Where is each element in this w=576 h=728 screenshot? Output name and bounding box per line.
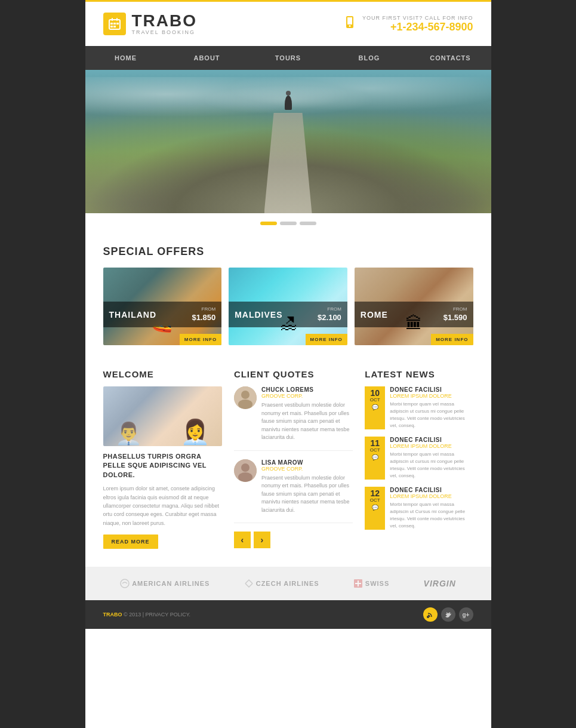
phone-icon — [343, 16, 356, 32]
quote-item-1: CHUCK LOREMS GROOVE CORP. Praesent vesti… — [234, 386, 353, 451]
quote-prev-button[interactable]: ‹ — [234, 532, 251, 548]
nav-about[interactable]: ABOUT — [167, 46, 248, 70]
news-month-1: OCT — [367, 397, 383, 403]
welcome-body: Lorem ipsum dolor sit amet, consete adip… — [103, 484, 222, 527]
svg-point-16 — [238, 472, 252, 482]
quote-content-1: CHUCK LOREMS GROOVE CORP. Praesent vesti… — [261, 386, 353, 442]
social-gplus-button[interactable]: g+ — [459, 607, 473, 622]
offers-grid: THAILAND FROM $1.850 MORE INFO MALDIVES … — [103, 268, 473, 345]
partner-american-airlines: American Airlines — [120, 579, 210, 588]
footer-social: g+ — [423, 607, 473, 622]
news-date-box-1: 10 OCT 💬 — [365, 386, 385, 429]
svg-rect-20 — [355, 583, 361, 584]
nav-contacts[interactable]: CONTACTS — [410, 46, 491, 70]
offer-from-rome: FROM — [443, 306, 467, 312]
header: TRABO TRAVEL BOOKING YOUR FIRST VISIT? C… — [85, 0, 491, 46]
logo-area: TRABO TRAVEL BOOKING — [103, 13, 198, 35]
news-month-3: OCT — [367, 497, 383, 503]
offer-price-rome: $1.590 — [443, 313, 467, 322]
news-link-2[interactable]: LOREM IPSUM DOLORE — [390, 443, 473, 449]
offer-btn-maldives[interactable]: MORE INFO — [306, 334, 347, 345]
offer-from-maldives: FROM — [318, 306, 341, 312]
offer-label-maldives: MALDIVES FROM $2.100 — [229, 302, 347, 327]
news-title-1: DONEC FACILISI — [390, 386, 473, 393]
offer-name-maldives: MALDIVES — [235, 310, 282, 320]
logo-name: TRABO — [132, 13, 198, 29]
nav-home[interactable]: HOME — [85, 46, 167, 70]
news-text-3: Morbi tempor quam vel massa adipiscin ut… — [390, 501, 473, 530]
footer-logo: TRABO — [103, 612, 122, 618]
quote-company-2: GROOVE CORP. — [261, 466, 353, 472]
news-item-3: 12 OCT 💬 DONEC FACILISI LOREM IPSUM DOLO… — [365, 487, 473, 530]
slider-dot-1[interactable] — [260, 222, 277, 225]
news-icon-1: 💬 — [367, 404, 383, 410]
svg-rect-5 — [116, 23, 119, 24]
footer: TRABO © 2013 | PRIVACY POLICY. g+ — [85, 600, 491, 629]
quote-text-2: Praesent vestibulum molestie dolor nonum… — [261, 474, 353, 515]
news-title-3: DONEC FACILISI — [390, 487, 473, 493]
quote-name-2: LISA MAROW — [261, 459, 353, 466]
main-nav: HOME ABOUT TOURS BLOG CONTACTS — [85, 46, 491, 70]
logo-text: TRABO TRAVEL BOOKING — [132, 13, 198, 35]
welcome-title: WELCOME — [103, 369, 222, 379]
slider-dots — [85, 213, 491, 234]
welcome-image — [103, 386, 222, 446]
read-more-button[interactable]: READ MORE — [103, 535, 158, 549]
svg-rect-2 — [116, 18, 118, 21]
partner-swiss: SWISS — [353, 579, 389, 588]
logo-tagline: TRAVEL BOOKING — [132, 29, 198, 35]
quote-company-1: GROOVE CORP. — [261, 393, 353, 399]
news-link-1[interactable]: LOREM IPSUM DOLORE — [390, 393, 473, 399]
offer-card-rome: ROME FROM $1.590 MORE INFO — [355, 268, 473, 345]
svg-point-17 — [121, 579, 129, 588]
client-quotes-section: CLIENT QUOTES CHUCK LOREMS GROOVE CORP. … — [234, 369, 353, 549]
svg-rect-1 — [112, 18, 113, 21]
logo-icon — [103, 13, 126, 35]
offer-from-thailand: FROM — [192, 306, 215, 312]
svg-point-13 — [238, 400, 252, 409]
quote-name-1: CHUCK LOREMS — [261, 386, 353, 393]
svg-rect-4 — [113, 23, 116, 24]
news-link-3[interactable]: LOREM IPSUM DOLORE — [390, 493, 473, 499]
quote-avatar-1 — [234, 386, 257, 409]
svg-point-10 — [349, 25, 350, 27]
news-icon-3: 💬 — [367, 505, 383, 511]
offer-price-thailand: $1.850 — [192, 313, 215, 322]
news-text-1: Morbi tempor quam vel massa adipiscin ut… — [390, 401, 473, 429]
slider-dot-3[interactable] — [300, 222, 316, 225]
nav-tours[interactable]: TOURS — [248, 46, 329, 70]
latest-news-title: LATEST NEWS — [365, 369, 473, 379]
quote-avatar-2 — [234, 459, 257, 482]
svg-point-12 — [241, 391, 250, 399]
welcome-headline: PHASELLUS TURPIS ORGRA PELLE SQUE ADIPIS… — [103, 452, 222, 480]
svg-point-15 — [241, 463, 250, 472]
footer-left: TRABO © 2013 | PRIVACY POLICY. — [103, 612, 191, 618]
news-title-2: DONEC FACILISI — [390, 437, 473, 443]
offer-card-thailand: THAILAND FROM $1.850 MORE INFO — [103, 268, 222, 345]
svg-rect-7 — [113, 26, 116, 27]
offer-name-rome: ROME — [361, 310, 388, 320]
quote-next-button[interactable]: › — [254, 532, 270, 548]
footer-copy: © 2013 | PRIVACY POLICY. — [124, 612, 190, 618]
offer-btn-rome[interactable]: MORE INFO — [431, 334, 473, 345]
client-quotes-title: CLIENT QUOTES — [234, 369, 353, 379]
latest-news-section: LATEST NEWS 10 OCT 💬 DONEC FACILISI LORE… — [365, 369, 473, 549]
news-month-2: OCT — [367, 447, 383, 453]
svg-point-21 — [427, 616, 429, 618]
hero-figure — [285, 96, 292, 110]
offer-name-thailand: THAILAND — [109, 310, 157, 320]
news-day-1: 10 — [367, 389, 383, 397]
news-date-box-3: 12 OCT 💬 — [365, 487, 385, 530]
svg-rect-9 — [347, 17, 352, 24]
contact-text: YOUR FIRST VISIT? CALL FOR INFO +1-234-5… — [362, 15, 473, 33]
social-rss-button[interactable] — [423, 607, 438, 622]
social-twitter-button[interactable] — [441, 607, 455, 622]
offer-label-thailand: THAILAND FROM $1.850 — [103, 302, 222, 327]
quote-navigation: ‹ › — [234, 532, 353, 548]
phone-number: +1-234-567-8900 — [362, 21, 473, 33]
partner-czech-airlines: Czech Airlines — [244, 579, 319, 588]
contact-info: YOUR FIRST VISIT? CALL FOR INFO +1-234-5… — [343, 15, 473, 33]
slider-dot-2[interactable] — [280, 222, 297, 225]
nav-blog[interactable]: BLOG — [329, 46, 410, 70]
offer-btn-thailand[interactable]: MORE INFO — [180, 334, 221, 345]
